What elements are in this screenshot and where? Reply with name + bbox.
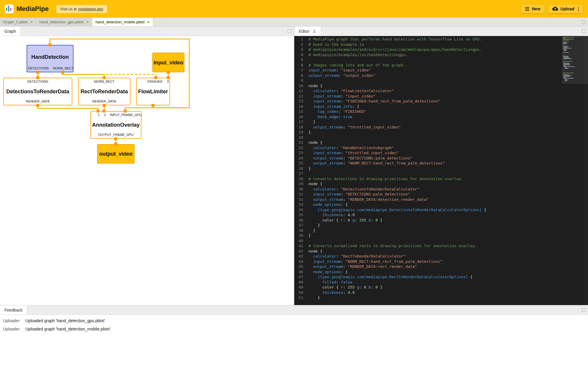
code-editor[interactable]: 1# MediaPipe graph that performs hand de…	[294, 36, 588, 305]
code-line[interactable]: 11 calculator: "FlowLimiterCalculator"	[294, 88, 588, 94]
maximize-editor-icon[interactable]	[582, 29, 586, 33]
code-line[interactable]: 36 color { r: 0 g: 255 b: 0 }	[294, 218, 588, 223]
code-line[interactable]: 13 input_stream: "FINISHED:hand_rect_fro…	[294, 99, 588, 104]
graph-node-detections-to-render-data[interactable]: DETECTIONS DetectionsToRenderData RENDER…	[3, 78, 72, 105]
code-line[interactable]: 17 }	[294, 119, 588, 125]
editor-tab-label: Editor	[299, 29, 310, 34]
code-line[interactable]: 28# Converts detections to drawing primi…	[294, 176, 588, 182]
line-text: input_stream: "DETECTIONS:palm_detection…	[308, 192, 410, 197]
code-line[interactable]: 26}	[294, 166, 588, 171]
graph-node-output-video[interactable]: output_video	[97, 144, 135, 164]
code-line[interactable]: 30 calculator: "DetectionsToRenderDataCa…	[294, 187, 588, 192]
code-line[interactable]: 3# mediapipie/examples/android/src/java/…	[294, 47, 588, 52]
code-line[interactable]: 1# MediaPipe graph that performs hand de…	[294, 37, 588, 42]
graph-node-hand-detection[interactable]: HandDetection DETECTIONS NORM_RECT	[27, 45, 74, 72]
code-line[interactable]: 51 }	[294, 295, 588, 300]
code-line[interactable]: 50 thickness: 4.0	[294, 290, 588, 295]
code-line[interactable]: 5	[294, 57, 588, 63]
code-line[interactable]: 10node {	[294, 83, 588, 89]
maximize-feedback-icon[interactable]	[582, 308, 586, 312]
code-line[interactable]: 29node {	[294, 181, 588, 187]
code-line[interactable]: 21node {	[294, 140, 588, 145]
graph-tab-label: Graph	[4, 29, 16, 34]
graph-node-annotation-overlay[interactable]: 1 2 INPUT_FRAME_GPU AnnotationOverlay OU…	[90, 111, 141, 139]
close-tab-icon[interactable]: ×	[30, 20, 32, 25]
code-line[interactable]: 42node {	[294, 249, 588, 254]
code-line[interactable]: 24 output_stream: "DETECTIONS:palm_detec…	[294, 156, 588, 161]
code-line[interactable]: 15 tag_index: "FINISHED"	[294, 109, 588, 114]
line-text: node_options: {	[308, 202, 348, 207]
code-line[interactable]: 23 input_stream: "throttled_input_video"	[294, 150, 588, 156]
line-number: 27	[294, 171, 308, 176]
code-line[interactable]: 14 input_stream_info: {	[294, 104, 588, 109]
code-line[interactable]: 6# Images coming into and out of the gra…	[294, 63, 588, 68]
line-text: calculator: "RectToRenderDataCalculator"	[308, 254, 406, 259]
code-line[interactable]: 19}	[294, 130, 588, 135]
graph-canvas[interactable]: HandDetection DETECTIONS NORM_RECT input…	[0, 36, 294, 305]
code-line[interactable]: 41# Converts normalized rects to drawing…	[294, 243, 588, 249]
code-line[interactable]: 45 output_stream: "RENDER_DATA:rect_rend…	[294, 264, 588, 269]
code-line[interactable]: 46 node_options: {	[294, 269, 588, 275]
line-text: thickness: 4.0	[308, 290, 355, 295]
code-line[interactable]: 31 input_stream: "DETECTIONS:palm_detect…	[294, 192, 588, 197]
code-line[interactable]: 12 input_stream: "input_video"	[294, 94, 588, 99]
code-line[interactable]: 34 [type.googleapis.com/mediapipe.Detect…	[294, 207, 588, 213]
edge-finished-back-edge	[63, 72, 156, 78]
line-number: 18	[294, 125, 308, 130]
code-line[interactable]: 37 }	[294, 223, 588, 228]
code-line[interactable]: 33 node_options: {	[294, 202, 588, 207]
graph-tab[interactable]: Graph	[0, 27, 21, 36]
code-line[interactable]: 40	[294, 238, 588, 244]
tab-graph-0-pbtxt[interactable]: Graph_0.pbtxt ×	[0, 18, 36, 26]
code-line[interactable]: 22 calculator: "HandDetectionSubgraph"	[294, 145, 588, 151]
code-line[interactable]: 32 output_stream: "RENDER_DATA:detection…	[294, 197, 588, 202]
tab-hand-detection-gpu-pbtxt[interactable]: hand_detection_gpu.pbtxt ×	[36, 18, 92, 26]
graph-node-flow-limiter[interactable]: FINISHED 0 FlowLimiter	[136, 78, 170, 105]
mediapipe-dev-link[interactable]: mediapipe.dev	[78, 7, 103, 11]
node-title: input_video	[153, 59, 183, 66]
feedback-log: Uploader Uploaded graph 'hand_detection_…	[0, 315, 588, 365]
line-number: 17	[294, 119, 308, 125]
code-line[interactable]: 48 filled: false	[294, 280, 588, 285]
code-line[interactable]: 27	[294, 171, 588, 176]
download-icon[interactable]	[312, 29, 316, 33]
code-line[interactable]: 9	[294, 78, 588, 83]
code-line[interactable]: 49 color { r: 255 g: 0 b: 0 }	[294, 285, 588, 290]
line-number: 47	[294, 274, 308, 280]
graph-node-input-video[interactable]: input_video	[152, 53, 184, 72]
code-line[interactable]: 16 back_edge: true	[294, 114, 588, 120]
code-line[interactable]: 8output_stream: "output_video"	[294, 73, 588, 78]
line-number: 38	[294, 228, 308, 233]
code-line[interactable]: 38 }	[294, 228, 588, 233]
feedback-message: Uploaded graph 'hand_detection_mobile.pb…	[25, 327, 110, 331]
code-line[interactable]: 4# mediapipie/examples/ios/handdetection…	[294, 52, 588, 58]
tab-hand-detection-mobile-pbtxt[interactable]: hand_detection_mobile.pbtxt ×	[92, 18, 153, 26]
editor-scrollbar[interactable]	[584, 36, 588, 305]
code-line[interactable]: 39}	[294, 233, 588, 238]
close-tab-icon[interactable]: ×	[147, 20, 150, 25]
maximize-icon[interactable]	[582, 20, 586, 24]
new-button[interactable]: New	[520, 4, 545, 14]
upload-button[interactable]: Upload	[548, 4, 583, 14]
tab-label: Graph_0.pbtxt	[3, 20, 27, 24]
code-line[interactable]: 20	[294, 135, 588, 140]
code-line[interactable]: 35 thickness: 4.0	[294, 212, 588, 218]
code-line[interactable]: 2# Used in the example in	[294, 42, 588, 47]
close-tab-icon[interactable]: ×	[86, 20, 89, 25]
code-line[interactable]: 25 output_stream: "NORM_RECT:hand_rect_f…	[294, 161, 588, 166]
line-text: input_stream_info: {	[308, 104, 359, 109]
code-line[interactable]: 7input_stream: "input_video"	[294, 68, 588, 73]
graph-node-rect-to-render-data[interactable]: NORM_RECT RectToRenderData RENDER_DATA	[78, 78, 130, 105]
line-text	[308, 171, 311, 176]
code-line[interactable]: 44 input_stream: "NORM_RECT:hand_rect_fr…	[294, 259, 588, 264]
upload-menu-icon[interactable]	[578, 7, 579, 11]
editor-tab[interactable]: Editor	[294, 27, 321, 36]
edge-norm-rect	[63, 72, 104, 78]
input-port-label: 1	[98, 113, 99, 117]
maximize-graph-icon[interactable]	[288, 29, 291, 33]
code-line[interactable]: 47 [type.googleapis.com/mediapipe.RectTo…	[294, 274, 588, 280]
input-port-label: 0	[167, 80, 169, 83]
feedback-tab[interactable]: Feedback	[0, 305, 27, 315]
code-line[interactable]: 43 calculator: "RectToRenderDataCalculat…	[294, 254, 588, 259]
code-line[interactable]: 18 output_stream: "throttled_input_video…	[294, 125, 588, 130]
